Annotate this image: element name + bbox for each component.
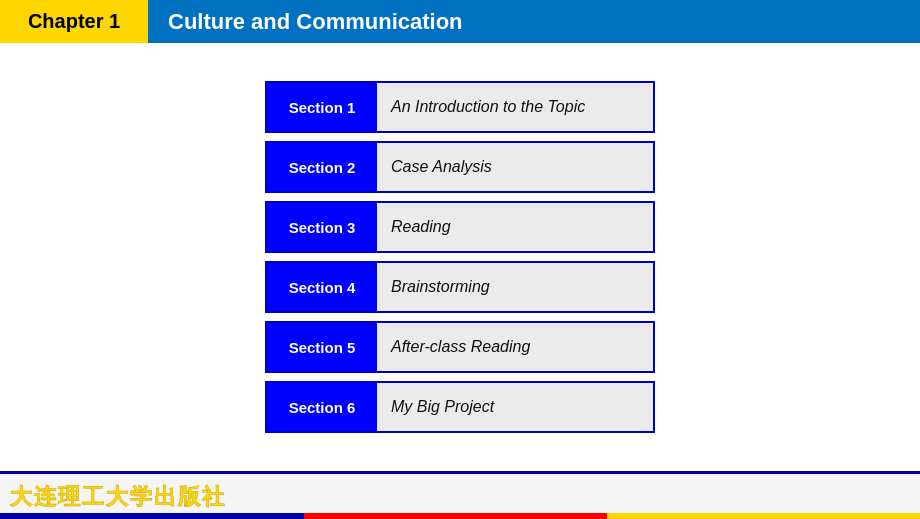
- section-content-6: My Big Project: [377, 383, 653, 431]
- main-content: Section 1 An Introduction to the Topic S…: [0, 43, 920, 471]
- section-content-text-2: Case Analysis: [391, 158, 492, 176]
- section-content-5: After-class Reading: [377, 323, 653, 371]
- chapter-label: Chapter 1: [0, 0, 148, 43]
- footer: 大连理工大学出版社: [0, 471, 920, 519]
- section-content-2: Case Analysis: [377, 143, 653, 191]
- section-row-6[interactable]: Section 6 My Big Project: [265, 381, 655, 433]
- section-row-4[interactable]: Section 4 Brainstorming: [265, 261, 655, 313]
- section-label-3: Section 3: [267, 203, 377, 251]
- section-label-6: Section 6: [267, 383, 377, 431]
- footer-stripe: [0, 513, 920, 519]
- section-content-text-6: My Big Project: [391, 398, 494, 416]
- footer-logo: 大连理工大学出版社: [10, 482, 226, 512]
- section-label-text-4: Section 4: [289, 279, 356, 296]
- chapter-title-text: Culture and Communication: [168, 9, 463, 35]
- section-row-2[interactable]: Section 2 Case Analysis: [265, 141, 655, 193]
- section-label-5: Section 5: [267, 323, 377, 371]
- section-row-5[interactable]: Section 5 After-class Reading: [265, 321, 655, 373]
- section-row-1[interactable]: Section 1 An Introduction to the Topic: [265, 81, 655, 133]
- section-content-1: An Introduction to the Topic: [377, 83, 653, 131]
- section-content-text-4: Brainstorming: [391, 278, 490, 296]
- chapter-title: Culture and Communication: [148, 0, 920, 43]
- section-label-text-6: Section 6: [289, 399, 356, 416]
- section-label-text-2: Section 2: [289, 159, 356, 176]
- section-row-3[interactable]: Section 3 Reading: [265, 201, 655, 253]
- section-label-4: Section 4: [267, 263, 377, 311]
- section-label-text-3: Section 3: [289, 219, 356, 236]
- section-content-3: Reading: [377, 203, 653, 251]
- header: Chapter 1 Culture and Communication: [0, 0, 920, 43]
- section-label-2: Section 2: [267, 143, 377, 191]
- section-content-4: Brainstorming: [377, 263, 653, 311]
- section-content-text-1: An Introduction to the Topic: [391, 98, 585, 116]
- section-content-text-5: After-class Reading: [391, 338, 530, 356]
- section-content-text-3: Reading: [391, 218, 451, 236]
- section-label-text-5: Section 5: [289, 339, 356, 356]
- section-label-1: Section 1: [267, 83, 377, 131]
- chapter-label-text: Chapter 1: [28, 10, 120, 33]
- section-label-text-1: Section 1: [289, 99, 356, 116]
